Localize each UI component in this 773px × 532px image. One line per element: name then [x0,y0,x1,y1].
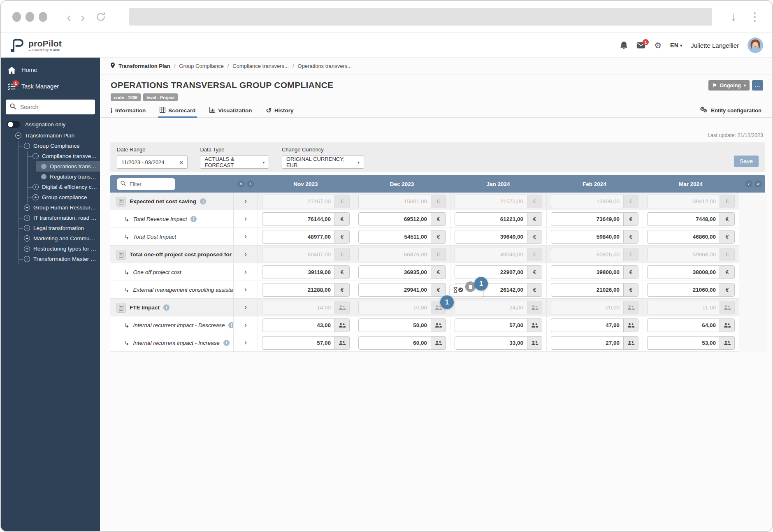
clear-icon[interactable]: × [179,159,183,166]
sidebar-search[interactable] [6,100,95,114]
cell-value-input[interactable]: 59840,00 [551,230,623,243]
window-control-dot[interactable] [12,12,21,22]
expand-icon[interactable]: + [32,184,39,190]
cell-value-input[interactable]: 39119,00 [262,266,334,279]
sidebar-item-task-manager[interactable]: 1 Task Manager [1,78,100,95]
tree-item[interactable]: −Group Compliance [19,141,100,151]
cell-value-input[interactable]: 33,00 [455,337,527,349]
status-button[interactable]: ⚑ Ongoing ▾ [708,80,750,91]
tree-item[interactable]: +Digital & efficiency compli... [28,182,100,192]
cell-value-input[interactable]: 61221,00 [455,213,527,225]
cell-value-input[interactable]: 39649,00 [455,230,527,243]
breadcrumb-item[interactable]: Group Compliance [179,63,223,69]
cell-value-input[interactable]: 36935,00 [359,266,431,279]
cell-value-input[interactable]: 47,00 [551,319,623,332]
cell-value-input[interactable]: 76144,00 [262,213,334,225]
tree-item[interactable]: +Restructuring types for firms [19,244,100,254]
cell-value-input[interactable]: 39800,00 [551,266,623,279]
row-expand-button[interactable]: › [234,228,258,246]
settings-gear-icon[interactable]: ⚙ [654,40,662,50]
window-control-dot[interactable] [26,12,34,22]
info-icon[interactable]: i [228,322,234,328]
info-icon[interactable]: i [200,198,206,204]
columns-next-button[interactable]: › [745,180,752,188]
currency-select[interactable]: ORIGINAL CURRENCY: EUR ▾ [282,156,364,169]
tree-item[interactable]: +Group compliance [28,192,100,202]
tree-item[interactable]: Operations transversal ... [36,161,100,172]
cell-value-input[interactable]: 73649,00 [551,213,623,225]
tree-item[interactable]: +Legal transformation [19,223,100,233]
breadcrumb-item[interactable]: Operations transvers... [298,63,352,69]
row-expand-button[interactable]: › [234,281,258,299]
tree-item[interactable]: +Transformation Master Plan -... [19,254,100,264]
tab-history[interactable]: ↺History [266,104,293,117]
cell-value-input[interactable]: 29941,00 [359,283,431,296]
tab-scorecard[interactable]: Scorecard [160,104,195,117]
cell-value-input[interactable]: 60,00 [359,337,431,349]
columns-first-button[interactable]: « [237,180,245,188]
cell-value-input[interactable]: 69512,00 [359,213,431,225]
cell-value-input[interactable]: 7448,00 [648,213,720,225]
assignation-toggle[interactable] [7,121,20,128]
browser-forward-icon[interactable]: › [80,5,85,29]
expand-icon[interactable]: + [24,235,30,242]
cell-value-input[interactable]: 21026,00 [551,283,623,296]
save-button[interactable]: Save [734,156,759,167]
tab-visualization[interactable]: Visualization [209,104,252,117]
tree-item[interactable]: +Group Human Ressources [19,202,100,213]
language-selector[interactable]: EN▾ [670,42,682,49]
window-control-dot[interactable] [39,12,47,22]
row-expand-button[interactable]: › [234,246,258,263]
columns-prev-button[interactable]: ‹ [247,180,254,188]
cell-value-input[interactable]: 54511,00 [359,230,431,243]
info-icon[interactable]: i [163,304,169,311]
expand-icon[interactable]: + [24,225,30,231]
more-actions-button[interactable]: ... [752,80,763,91]
cell-value-input[interactable]: 48977,00 [262,230,334,243]
app-logo[interactable]: proPilot — Powered by dFakto [10,37,62,54]
cell-value-input[interactable]: 46860,00 [648,230,720,243]
browser-menu-icon[interactable]: ⋮ [749,10,761,23]
expand-icon[interactable]: + [24,215,30,221]
row-expand-button[interactable]: › [234,193,258,210]
expand-icon[interactable]: + [24,204,30,211]
table-filter-box[interactable] [117,178,175,190]
info-icon[interactable]: i [190,216,197,222]
tree-item[interactable]: −Transformation Plan [10,130,100,141]
expand-icon[interactable]: + [32,194,39,200]
download-icon[interactable]: ↓ [730,9,737,24]
user-avatar[interactable] [747,37,763,53]
data-type-select[interactable]: ACTUALS & FORECAST ▾ [200,156,269,169]
columns-last-button[interactable]: » [754,180,762,188]
row-expand-button[interactable]: › [234,334,258,352]
sidebar-item-home[interactable]: Home [1,62,100,78]
cell-value-input[interactable]: 22907,00 [455,266,527,279]
cell-value-input[interactable]: 64,00 [648,319,720,332]
browser-back-icon[interactable]: ‹ [67,5,71,29]
search-input[interactable] [19,103,95,111]
cell-value-input[interactable]: 38008,00 [648,266,720,279]
tree-item[interactable]: Regulatory transversal ... [36,172,100,182]
entity-configuration-button[interactable]: ⚙⚙ Entity configuration [700,107,761,114]
browser-refresh-icon[interactable] [95,12,106,22]
notifications-bell-icon[interactable] [620,41,628,50]
cell-value-input[interactable]: 50,00 [359,319,431,332]
cell-value-input[interactable]: 43,00 [262,319,334,332]
row-expand-button[interactable]: › [234,263,258,281]
tree-item[interactable]: +Marketing and Communicati... [19,233,100,244]
tree-item[interactable]: +IT transformation: road to 20... [19,213,100,223]
expand-icon[interactable]: + [24,256,30,262]
tab-information[interactable]: iInformation [111,104,146,117]
cell-value-input[interactable]: 53,00 [648,337,720,349]
breadcrumb-item[interactable]: Compliance transvers... [232,63,289,69]
table-filter-input[interactable] [129,181,166,188]
breadcrumb-item[interactable]: Transformation Plan [118,63,170,69]
cell-value-input[interactable]: 27,00 [551,337,623,349]
row-expand-button[interactable]: › [234,210,258,228]
collapse-icon[interactable]: − [32,153,39,159]
messages-icon[interactable]: 1 [636,42,645,49]
expand-icon[interactable]: + [24,246,30,252]
info-icon[interactable]: i [223,340,230,346]
tree-item[interactable]: −Compliance transversal pr... [28,151,100,161]
row-expand-button[interactable]: › [234,316,258,334]
